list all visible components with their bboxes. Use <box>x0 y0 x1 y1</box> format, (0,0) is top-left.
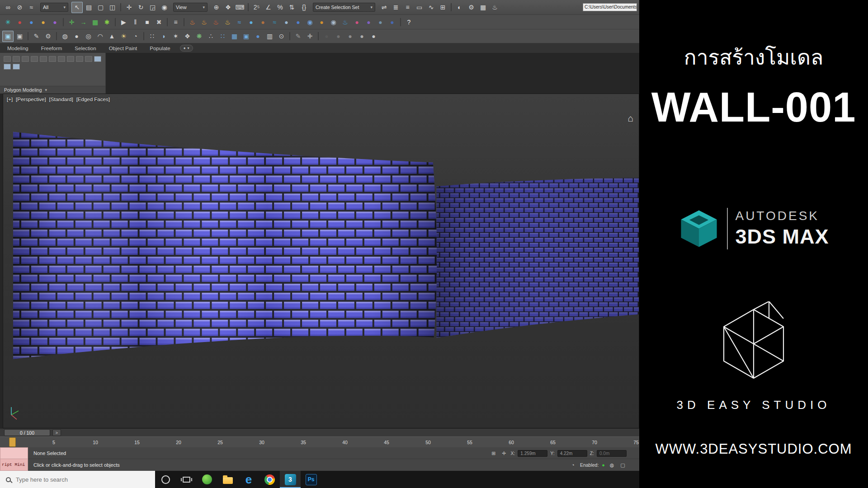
dots-grid-icon[interactable]: ∷ <box>146 31 158 42</box>
delete-icon[interactable]: ✖ <box>153 16 165 28</box>
arc-primitive-icon[interactable]: ◠ <box>94 31 106 42</box>
foliage-icon[interactable]: ❋ <box>193 31 205 42</box>
rectangular-selection-region-icon[interactable]: ▢ <box>95 2 106 13</box>
select-and-scale-icon[interactable]: ◲ <box>147 2 158 13</box>
ribbon-config-chip[interactable]: ● ▾ <box>180 45 193 52</box>
green-star-icon[interactable]: ✱ <box>101 16 113 28</box>
amber-orb-icon[interactable]: ● <box>38 16 49 28</box>
render-preview-toggle-icon[interactable]: ◍ <box>608 461 616 469</box>
render-orb-icon[interactable]: ● <box>252 31 264 42</box>
ribbon-toggle-icon[interactable]: ▭ <box>414 2 425 13</box>
blaze-effect-icon[interactable]: ♨ <box>198 16 210 28</box>
unlink-selection-icon[interactable]: ⊘ <box>14 2 25 13</box>
cone-primitive-icon[interactable]: ▲ <box>106 31 118 42</box>
next-frame-button[interactable]: > <box>52 429 61 436</box>
ribbon-mini-button[interactable] <box>13 56 20 62</box>
near-brick-wall[interactable] <box>13 132 437 359</box>
select-and-rotate-icon[interactable]: ↻ <box>135 2 146 13</box>
use-pivot-point-center-icon[interactable]: ⊕ <box>211 2 222 13</box>
active-tool-icon[interactable]: ▣ <box>2 31 14 42</box>
violet-orb-icon[interactable]: ● <box>363 16 374 28</box>
water-effect-icon[interactable]: ≈ <box>234 16 245 28</box>
render-setup-icon[interactable]: ⚙ <box>466 2 477 13</box>
mini-listener-field[interactable] <box>0 447 28 459</box>
perspective-viewport[interactable]: [+] [Perspective] [Standard] [Edged Face… <box>3 94 639 428</box>
clay-orb-icon[interactable]: ● <box>257 16 269 28</box>
ribbon-tab[interactable]: Populate <box>144 44 176 53</box>
layer-explorer-icon[interactable]: ≡ <box>402 2 413 13</box>
shade-ball-gray-icon[interactable]: ● <box>344 31 356 42</box>
viewcube-home-icon[interactable]: ⌂ <box>627 113 633 124</box>
list-icon[interactable]: ≡ <box>170 16 181 28</box>
sphere-primitive-icon[interactable]: ● <box>71 31 82 42</box>
search-input[interactable] <box>16 476 149 483</box>
photoshop-button[interactable]: Ps <box>301 471 321 488</box>
grid-toggle-icon[interactable]: ▢ <box>619 461 627 469</box>
help-icon[interactable]: ? <box>403 16 415 28</box>
task-view-button[interactable] <box>176 471 197 488</box>
viewport-shading-menu[interactable]: [Edged Faces] <box>76 97 110 102</box>
green-move-icon[interactable]: ✛ <box>66 16 77 28</box>
ribbon-tab[interactable]: Modeling <box>1 44 34 53</box>
select-and-move-icon[interactable]: ✛ <box>123 2 135 13</box>
selection-lock-toggle-icon[interactable]: ✛ <box>500 450 508 457</box>
ribbon-mini-button[interactable] <box>40 56 47 62</box>
blue-orb-icon[interactable]: ● <box>26 16 37 28</box>
ribbon-mini-button[interactable] <box>4 56 11 62</box>
select-object-icon[interactable]: ↖ <box>71 2 83 13</box>
info-icon[interactable]: ⊙ <box>276 31 287 42</box>
stop-icon[interactable]: ■ <box>142 16 153 28</box>
ribbon-tab[interactable]: Object Paint <box>103 44 143 53</box>
green-arrow-icon[interactable]: → <box>78 16 89 28</box>
torus-primitive-icon[interactable]: ◎ <box>83 31 94 42</box>
star-primitive-icon[interactable]: ✶ <box>170 31 181 42</box>
teapot-icon[interactable]: ♨ <box>340 16 351 28</box>
ribbon-mini-button[interactable] <box>58 56 65 62</box>
snaps-toggle-icon[interactable]: 2⁵ <box>251 2 262 13</box>
track-bar[interactable]: 051015202530354045505560657075 <box>0 436 639 447</box>
droplet-tool-icon[interactable]: ◗ <box>158 31 170 42</box>
shade-ball-bright-icon[interactable]: ● <box>368 31 379 42</box>
ribbon-mini-button[interactable] <box>94 56 101 62</box>
transform-type-in-icon[interactable]: ⊞ <box>490 450 497 457</box>
scatter-icon[interactable]: ∴ <box>205 31 217 42</box>
blue-grid-icon[interactable]: ▦ <box>229 31 240 42</box>
reference-coordinate-dropdown[interactable]: View ▾ <box>173 3 208 12</box>
bitmap-icon[interactable]: ▣ <box>241 31 252 42</box>
schematic-view-icon[interactable]: ⊞ <box>437 2 448 13</box>
time-slider[interactable]: 0 / 100 > <box>0 428 639 436</box>
x-coordinate-field[interactable]: 1.259m <box>518 450 547 457</box>
3dsmax-taskbar-button[interactable]: 3 <box>280 471 301 488</box>
molecule-icon[interactable]: ∷ <box>217 31 228 42</box>
ocean-effect-icon[interactable]: ≈ <box>269 16 280 28</box>
amber2-orb-icon[interactable]: ● <box>316 16 327 28</box>
spinner-snap-icon[interactable]: ⇅ <box>286 2 297 13</box>
chrome-button[interactable] <box>259 471 280 488</box>
shade-ball-mid-icon[interactable]: ● <box>333 31 344 42</box>
purple-orb-icon[interactable]: ● <box>49 16 61 28</box>
adaptive-degradation-icon[interactable]: ◔ <box>569 461 577 469</box>
align-icon[interactable]: ≣ <box>390 2 401 13</box>
ribbon-mini-button[interactable] <box>49 56 56 62</box>
steel-orb-icon[interactable]: ● <box>375 16 386 28</box>
mini-listener-label[interactable]: ript Mini <box>0 459 28 471</box>
ribbon-tab[interactable]: Selection <box>69 44 102 53</box>
select-and-manipulate-icon[interactable]: ❖ <box>222 2 234 13</box>
eye-icon[interactable]: ◉ <box>328 16 339 28</box>
greenshot-button[interactable] <box>197 471 217 488</box>
heat-effect-icon[interactable]: ♨ <box>222 16 233 28</box>
ribbon-mini-button[interactable] <box>13 64 20 70</box>
bind-to-space-warp-icon[interactable]: ≈ <box>26 2 37 13</box>
viewport-style-menu[interactable]: [Standard] <box>49 97 73 102</box>
fire-effect-icon[interactable]: ♨ <box>187 16 198 28</box>
select-and-place-icon[interactable]: ◉ <box>159 2 170 13</box>
wrench-icon[interactable]: ⚙ <box>42 31 54 42</box>
ribbon-tab[interactable]: Freeform <box>35 44 68 53</box>
select-by-name-icon[interactable]: ▤ <box>83 2 94 13</box>
cloud-orb-icon[interactable]: ● <box>281 16 292 28</box>
window-crossing-toggle-icon[interactable]: ◫ <box>107 2 118 13</box>
polygon-modeling-header[interactable]: Polygon Modeling ▾ <box>0 86 105 94</box>
chart-icon[interactable]: ▥ <box>264 31 275 42</box>
edge-button[interactable]: e <box>238 471 259 488</box>
ribbon-mini-button[interactable] <box>76 56 83 62</box>
